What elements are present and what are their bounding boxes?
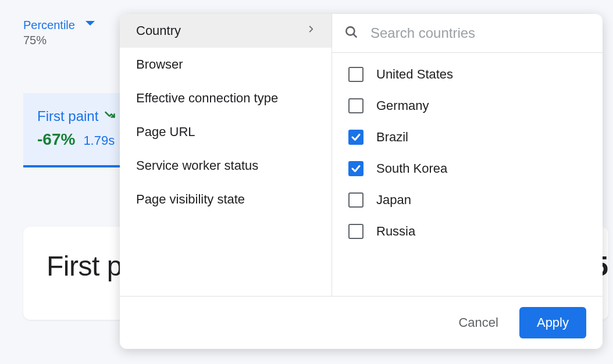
filter-item-page-url[interactable]: Page URL bbox=[120, 115, 332, 149]
country-label: Russia bbox=[376, 224, 415, 239]
country-label: Brazil bbox=[376, 130, 408, 145]
filter-item-label: Page URL bbox=[136, 124, 195, 140]
country-label: Germany bbox=[376, 98, 429, 113]
cancel-button[interactable]: Cancel bbox=[454, 309, 502, 336]
caret-down-icon bbox=[85, 21, 95, 26]
checkbox[interactable] bbox=[348, 192, 363, 208]
country-label: South Korea bbox=[376, 161, 447, 176]
country-item-germany[interactable]: Germany bbox=[332, 90, 603, 122]
checkbox[interactable] bbox=[348, 161, 363, 176]
percentile-dropdown[interactable]: Percentile 75% bbox=[23, 17, 95, 47]
chevron-right-icon bbox=[307, 23, 315, 39]
checkbox[interactable] bbox=[348, 224, 363, 239]
tile-title: First paint bbox=[37, 108, 98, 124]
tile-time: 1.79s bbox=[83, 133, 115, 148]
filter-item-label: Browser bbox=[136, 57, 183, 72]
country-search-row bbox=[332, 14, 603, 53]
percentile-label: Percentile bbox=[23, 17, 75, 33]
filter-item-service-worker-status[interactable]: Service worker status bbox=[120, 149, 332, 183]
search-input[interactable] bbox=[370, 25, 586, 41]
checkbox[interactable] bbox=[348, 130, 363, 145]
country-item-japan[interactable]: Japan bbox=[332, 184, 603, 216]
apply-button[interactable]: Apply bbox=[519, 307, 586, 338]
country-item-south-korea[interactable]: South Korea bbox=[332, 153, 603, 184]
tile-delta: -67% bbox=[37, 130, 75, 149]
filter-item-label: Country bbox=[136, 23, 181, 38]
country-item-russia[interactable]: Russia bbox=[332, 216, 603, 247]
country-label: United States bbox=[376, 67, 453, 82]
filter-panel: CountryBrowserEffective connection typeP… bbox=[120, 14, 603, 349]
checkbox[interactable] bbox=[348, 98, 363, 113]
svg-line-1 bbox=[353, 34, 356, 37]
country-item-united-states[interactable]: United States bbox=[332, 59, 603, 90]
trend-down-icon bbox=[104, 109, 116, 123]
filter-item-label: Effective connection type bbox=[136, 91, 278, 106]
country-label: Japan bbox=[376, 192, 411, 208]
filter-item-label: Service worker status bbox=[136, 158, 258, 173]
filter-item-effective-connection-type[interactable]: Effective connection type bbox=[120, 81, 332, 115]
percentile-value: 75% bbox=[23, 34, 75, 47]
search-icon bbox=[344, 24, 359, 42]
country-item-brazil[interactable]: Brazil bbox=[332, 122, 603, 153]
country-list: United StatesGermanyBrazilSouth KoreaJap… bbox=[332, 53, 603, 296]
panel-footer: Cancel Apply bbox=[120, 296, 603, 349]
filter-item-browser[interactable]: Browser bbox=[120, 48, 332, 81]
filter-category-list: CountryBrowserEffective connection typeP… bbox=[120, 14, 332, 296]
filter-item-page-visibility-state[interactable]: Page visibility state bbox=[120, 183, 332, 216]
filter-item-country[interactable]: Country bbox=[120, 14, 332, 48]
checkbox[interactable] bbox=[348, 67, 363, 82]
filter-item-label: Page visibility state bbox=[136, 192, 245, 207]
